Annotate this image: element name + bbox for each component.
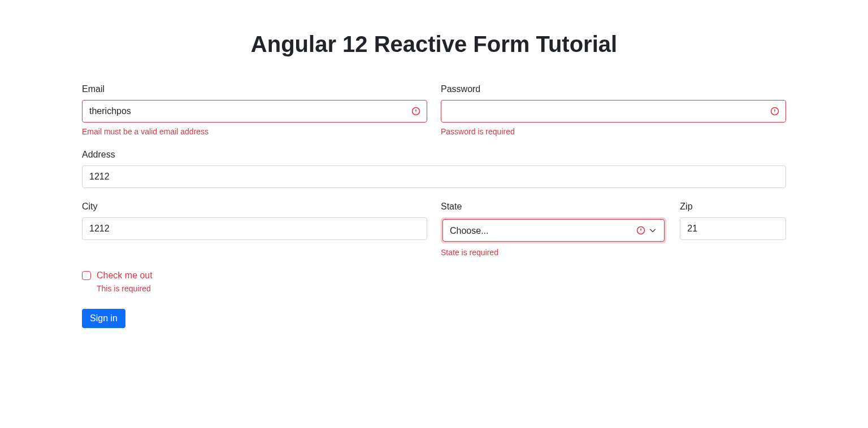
- zip-input[interactable]: [680, 217, 786, 240]
- check-error: This is required: [97, 284, 786, 293]
- state-select[interactable]: Choose...: [442, 219, 665, 242]
- zip-label: Zip: [680, 202, 786, 212]
- sign-in-button[interactable]: Sign in: [82, 309, 125, 328]
- password-error: Password is required: [441, 127, 786, 136]
- password-input[interactable]: [441, 100, 786, 123]
- address-label: Address: [82, 150, 786, 160]
- password-label: Password: [441, 84, 786, 94]
- email-error: Email must be a valid email address: [82, 127, 427, 136]
- city-label: City: [82, 202, 427, 212]
- email-label: Email: [82, 84, 427, 94]
- page-title: Angular 12 Reactive Form Tutorial: [82, 32, 786, 57]
- state-label: State: [441, 202, 666, 212]
- email-input[interactable]: [82, 100, 427, 123]
- check-me-out-label: Check me out: [97, 270, 153, 281]
- check-me-out-checkbox[interactable]: [82, 271, 91, 280]
- address-input[interactable]: [82, 165, 786, 188]
- city-input[interactable]: [82, 217, 427, 240]
- state-error: State is required: [441, 248, 666, 257]
- form: Email Email must be a valid email addres…: [82, 84, 786, 328]
